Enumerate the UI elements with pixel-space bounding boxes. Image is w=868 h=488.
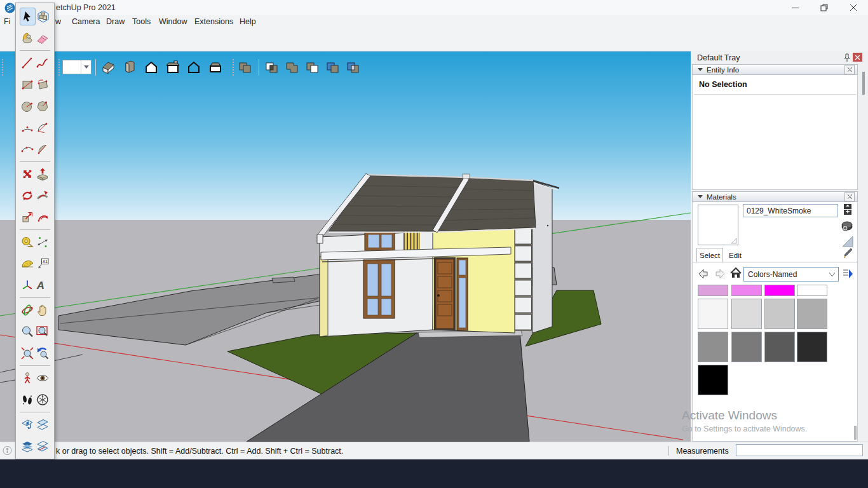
menu-camera[interactable]: Camera — [72, 17, 100, 26]
minimize-button[interactable] — [782, 0, 808, 15]
pin-button[interactable] — [843, 53, 851, 62]
sample-paint-button[interactable] — [841, 235, 854, 248]
section-cuts-tool[interactable] — [20, 438, 35, 454]
tray-scrollbar-thumb[interactable] — [862, 72, 865, 95]
materials-header[interactable]: Materials — [692, 191, 858, 202]
material-swatch[interactable] — [764, 299, 795, 329]
swatch-scrollbar-thumb[interactable] — [854, 426, 857, 440]
orbit-tool[interactable] — [20, 302, 35, 318]
material-name-field[interactable]: 0129_WhiteSmoke — [743, 204, 838, 217]
section-display-tool[interactable] — [35, 416, 50, 433]
material-swatch[interactable] — [698, 299, 728, 329]
paint-bucket-tool[interactable] — [20, 30, 35, 46]
text-tool[interactable]: A1 — [35, 255, 50, 272]
subtract-button[interactable] — [304, 58, 322, 76]
material-swatch[interactable] — [731, 332, 762, 362]
section-fill-tool[interactable] — [35, 438, 50, 454]
maximize-button[interactable] — [811, 0, 837, 15]
two-point-arc-tool[interactable] — [20, 119, 35, 136]
style-combo[interactable] — [62, 60, 92, 74]
protractor-tool[interactable] — [20, 255, 35, 272]
home-button[interactable] — [729, 267, 742, 280]
menu-file[interactable]: Fi — [4, 17, 10, 26]
eraser-tool[interactable] — [35, 30, 50, 46]
rotated-rectangle-tool[interactable] — [35, 76, 50, 93]
arc-tool[interactable] — [35, 119, 50, 136]
offset-tool[interactable] — [35, 209, 50, 226]
modeling-viewport[interactable] — [0, 51, 691, 442]
outer-shell-button[interactable] — [236, 58, 254, 76]
freehand-tool[interactable] — [35, 55, 50, 71]
forward-button[interactable] — [713, 268, 726, 280]
zoom-window-tool[interactable] — [35, 323, 50, 340]
collection-dropdown[interactable]: Colors-Named — [743, 267, 839, 281]
help-icon[interactable] — [3, 445, 12, 456]
turn-walk-tool[interactable] — [35, 391, 50, 408]
look-around-tool[interactable] — [35, 370, 50, 386]
material-swatch[interactable] — [731, 299, 762, 329]
tape-measure-tool[interactable] — [20, 234, 35, 250]
toolbar-grip[interactable] — [58, 59, 60, 76]
three-point-arc-tool[interactable] — [20, 141, 35, 158]
toolbar-grip[interactable] — [233, 59, 234, 76]
menu-draw[interactable]: Draw — [106, 17, 125, 26]
menu-tools[interactable]: Tools — [132, 17, 151, 26]
intersect-button[interactable] — [263, 58, 281, 76]
toolbar-grip[interactable] — [2, 59, 3, 76]
entity-info-close-button[interactable] — [844, 65, 855, 74]
menu-help[interactable]: Help — [240, 17, 256, 26]
secondary-pane-button[interactable] — [843, 203, 853, 216]
tray-scrollbar[interactable] — [860, 64, 868, 442]
material-swatch[interactable] — [797, 299, 827, 329]
right-view-button[interactable] — [121, 58, 139, 76]
close-button[interactable] — [840, 0, 867, 15]
material-swatch[interactable] — [797, 285, 827, 296]
material-swatch[interactable] — [698, 285, 728, 296]
zoom-previous-tool[interactable] — [35, 345, 50, 362]
pie-tool[interactable] — [35, 141, 50, 158]
position-camera-tool[interactable] — [20, 370, 35, 386]
menu-window[interactable]: Window — [159, 17, 187, 26]
resize-handle-icon[interactable] — [731, 238, 737, 244]
trim-button[interactable] — [324, 58, 342, 76]
menu-extensions[interactable]: Extensions — [194, 17, 233, 26]
menu-view[interactable]: w — [55, 17, 61, 26]
pan-tool[interactable] — [35, 302, 50, 318]
front-view-button[interactable] — [142, 58, 160, 76]
tab-select[interactable]: Select — [696, 248, 723, 263]
3d-text-tool[interactable]: A — [35, 277, 50, 294]
dimension-tool[interactable] — [35, 234, 50, 250]
circle-tool[interactable] — [20, 98, 35, 114]
axes-tool[interactable] — [20, 277, 35, 294]
tray-close-button[interactable] — [853, 53, 862, 62]
back-view-button[interactable] — [185, 58, 203, 76]
follow-me-tool[interactable] — [35, 187, 50, 204]
material-swatch[interactable] — [764, 332, 795, 362]
material-swatch[interactable] — [764, 285, 795, 296]
line-tool[interactable] — [20, 55, 35, 71]
materials-close-button[interactable] — [844, 192, 855, 201]
union-button[interactable] — [283, 58, 301, 76]
rectangle-tool[interactable] — [20, 76, 35, 93]
zoom-extents-tool[interactable] — [20, 345, 35, 362]
left-view-button[interactable] — [207, 58, 224, 76]
zoom-tool[interactable] — [20, 323, 35, 340]
top-view-button[interactable] — [164, 58, 182, 76]
entity-info-header[interactable]: Entity Info — [692, 64, 858, 75]
measurements-input[interactable] — [736, 444, 863, 456]
polygon-tool[interactable] — [35, 98, 50, 114]
move-tool[interactable] — [20, 166, 35, 182]
material-swatch[interactable] — [698, 332, 728, 362]
scale-tool[interactable] — [20, 209, 35, 226]
create-material-button[interactable] — [840, 219, 854, 233]
back-button[interactable] — [698, 268, 710, 280]
split-button[interactable] — [344, 58, 362, 76]
material-swatch[interactable] — [731, 285, 762, 296]
rotate-tool[interactable] — [20, 187, 35, 204]
eyedropper-button[interactable] — [843, 248, 853, 259]
make-component-tool[interactable] — [36, 8, 50, 25]
tab-edit[interactable]: Edit — [724, 249, 746, 262]
iso-view-button[interactable] — [99, 58, 117, 76]
detail-list-button[interactable] — [841, 268, 854, 280]
select-tool[interactable] — [20, 8, 36, 25]
